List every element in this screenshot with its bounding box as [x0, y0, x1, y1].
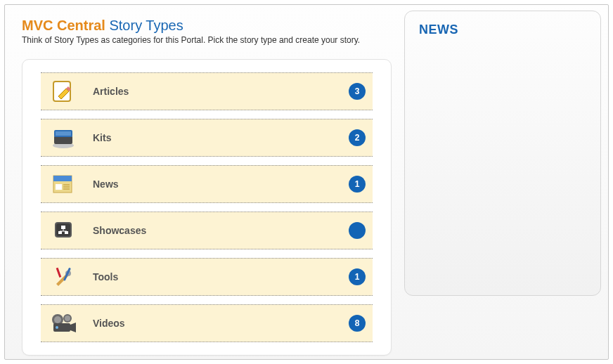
- story-type-list: Articles 3 Kits 2: [22, 59, 392, 356]
- svg-point-22: [54, 316, 61, 323]
- count-badge: 1: [349, 176, 366, 193]
- story-row-articles[interactable]: Articles 3: [41, 72, 373, 110]
- count-badge: 2: [349, 129, 366, 146]
- svg-rect-7: [56, 184, 62, 190]
- news-heading: NEWS: [419, 22, 586, 37]
- section-name: Story Types: [109, 18, 183, 33]
- sidebar: NEWS: [404, 11, 601, 353]
- article-icon: [48, 77, 79, 105]
- brand-name: MVC Central: [22, 18, 105, 33]
- kit-icon: [48, 124, 79, 152]
- story-label: Videos: [93, 318, 349, 329]
- story-label: Articles: [93, 86, 349, 97]
- showcase-icon: [48, 216, 79, 245]
- svg-rect-6: [53, 176, 72, 181]
- story-row-news[interactable]: News 1: [41, 165, 373, 203]
- story-label: Tools: [93, 271, 349, 282]
- svg-point-24: [65, 316, 70, 321]
- story-row-kits[interactable]: Kits 2: [41, 119, 373, 157]
- page-subtitle: Think of Story Types as categories for t…: [22, 35, 392, 45]
- app-window: MVC Central Story Types Think of Story T…: [4, 4, 609, 360]
- count-badge: 3: [349, 83, 366, 100]
- svg-point-27: [56, 326, 58, 329]
- svg-rect-14: [58, 231, 62, 234]
- svg-rect-20: [56, 268, 62, 278]
- count-badge: [349, 222, 366, 239]
- count-badge: 8: [349, 315, 366, 332]
- count-badge: 1: [349, 268, 366, 285]
- story-row-videos[interactable]: Videos 8: [41, 304, 373, 342]
- news-icon: [48, 170, 79, 198]
- story-label: Kits: [93, 132, 349, 143]
- svg-rect-13: [61, 226, 65, 229]
- story-row-tools[interactable]: Tools 1: [41, 258, 373, 296]
- main-column: MVC Central Story Types Think of Story T…: [12, 11, 401, 353]
- story-label: Showcases: [93, 225, 349, 236]
- videos-icon: [48, 309, 79, 337]
- svg-rect-15: [65, 231, 68, 234]
- svg-rect-4: [56, 131, 71, 136]
- story-row-showcases[interactable]: Showcases: [41, 212, 373, 249]
- tools-icon: [48, 263, 79, 291]
- page-title: MVC Central Story Types: [22, 18, 392, 34]
- news-panel: NEWS: [404, 11, 601, 296]
- story-label: News: [93, 178, 349, 190]
- svg-marker-26: [70, 323, 76, 332]
